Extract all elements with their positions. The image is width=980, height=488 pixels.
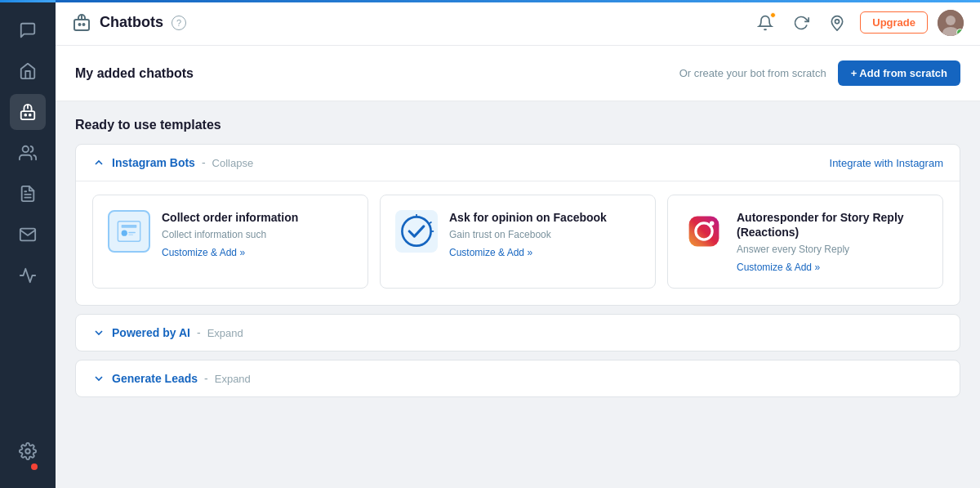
story-reply-desc: Answer every Story Reply: [737, 243, 928, 257]
page-title: Chatbots: [100, 14, 163, 31]
add-from-scratch-button[interactable]: + Add from scratch: [838, 60, 960, 86]
chevron-up-icon: [92, 156, 105, 169]
chevron-down-icon: [92, 326, 105, 339]
accordion-generate-leads: Generate Leads - Expand: [75, 360, 960, 397]
content-area: My added chatbots Or create your bot fro…: [56, 46, 980, 488]
page-header-right: Or create your bot from scratch + Add fr…: [679, 60, 960, 86]
svg-point-4: [23, 146, 29, 152]
story-reply-content: Autoresponder for Story Reply (Reactions…: [737, 210, 928, 273]
refresh-icon[interactable]: [788, 10, 814, 36]
accordion-ai-header[interactable]: Powered by AI - Expand: [76, 315, 960, 351]
svg-rect-21: [689, 217, 719, 247]
upgrade-button[interactable]: Upgrade: [860, 11, 928, 34]
accordion-ai-header-left: Powered by AI - Expand: [92, 326, 243, 339]
instagram-cards-grid: Collect order information Collect inform…: [92, 195, 943, 289]
notification-dot: [770, 12, 776, 18]
notifications-icon[interactable]: [752, 10, 778, 36]
sidebar-item-home[interactable]: [10, 53, 46, 89]
topbar-right: Upgrade: [752, 10, 964, 36]
separator: -: [204, 372, 208, 385]
svg-point-11: [835, 19, 840, 23]
svg-point-20: [402, 217, 430, 245]
main-area: Chatbots ?: [56, 0, 980, 488]
svg-point-10: [83, 24, 85, 25]
collect-order-icon: [108, 210, 150, 253]
sidebar-item-bots[interactable]: [10, 94, 46, 130]
instagram-bots-label: Instagram Bots: [112, 156, 195, 169]
or-create-text: Or create your bot from scratch: [679, 67, 826, 79]
location-icon[interactable]: [824, 10, 850, 36]
story-reply-title: Autoresponder for Story Reply (Reactions…: [737, 210, 928, 240]
leads-expand-action[interactable]: Expand: [215, 373, 251, 385]
facebook-opinion-title: Ask for opinion on Facebook: [449, 210, 640, 225]
accordion-powered-ai: Powered by AI - Expand: [75, 314, 960, 351]
ai-expand-action[interactable]: Expand: [207, 327, 243, 339]
facebook-opinion-icon: [395, 210, 438, 253]
card-collect-order[interactable]: Collect order information Collect inform…: [92, 195, 368, 289]
facebook-opinion-link[interactable]: Customize & Add »: [449, 247, 640, 258]
avatar[interactable]: [938, 10, 964, 36]
svg-point-3: [29, 114, 31, 116]
svg-point-23: [710, 222, 715, 226]
help-icon[interactable]: ?: [172, 16, 186, 30]
instagram-collapse-action[interactable]: Collapse: [212, 157, 254, 169]
accordion-instagram-header-left: Instagram Bots - Collapse: [92, 156, 253, 169]
topbar: Chatbots ?: [56, 0, 980, 46]
sidebar-accent-bar: [0, 0, 56, 2]
topbar-accent: [56, 0, 980, 2]
chevron-down-icon: [92, 372, 105, 385]
powered-ai-label: Powered by AI: [112, 326, 190, 339]
templates-section: Ready to use templates Instagram Bots - …: [56, 101, 980, 422]
separator: -: [202, 156, 206, 169]
integrate-instagram-link[interactable]: Integrate with Instagram: [830, 157, 943, 169]
svg-rect-19: [128, 235, 133, 235]
svg-rect-0: [21, 111, 35, 119]
sidebar-item-analytics[interactable]: [10, 257, 46, 293]
avatar-online-dot: [956, 29, 964, 36]
instagram-icon: [683, 210, 725, 253]
separator: -: [197, 326, 201, 339]
accordion-instagram-bots: Instagram Bots - Collapse Integrate with…: [75, 144, 960, 306]
collect-order-title: Collect order information: [162, 210, 353, 225]
sidebar: [0, 0, 56, 488]
sidebar-item-content[interactable]: [10, 176, 46, 212]
sidebar-item-mail[interactable]: [10, 217, 46, 253]
svg-rect-8: [74, 20, 89, 30]
svg-point-17: [122, 231, 127, 236]
svg-rect-15: [118, 222, 140, 241]
svg-rect-18: [128, 232, 136, 233]
collect-order-content: Collect order information Collect inform…: [162, 210, 353, 258]
sidebar-item-settings[interactable]: [10, 433, 46, 469]
my-added-chatbots-title: My added chatbots: [75, 66, 194, 81]
settings-notification-dot: [31, 463, 38, 470]
collect-order-link[interactable]: Customize & Add »: [162, 247, 353, 258]
page-header: My added chatbots Or create your bot fro…: [56, 46, 980, 101]
card-facebook-opinion[interactable]: Ask for opinion on Facebook Gain trust o…: [380, 195, 656, 289]
svg-point-7: [25, 449, 30, 454]
svg-point-13: [946, 16, 956, 25]
accordion-leads-header[interactable]: Generate Leads - Expand: [76, 360, 960, 396]
templates-section-title: Ready to use templates: [75, 118, 960, 132]
svg-point-9: [79, 24, 81, 25]
accordion-leads-header-left: Generate Leads - Expand: [92, 372, 251, 385]
sidebar-item-chat[interactable]: [10, 12, 46, 48]
sidebar-bottom: [10, 431, 46, 478]
svg-point-2: [24, 114, 26, 116]
sidebar-item-users[interactable]: [10, 135, 46, 171]
svg-rect-16: [122, 225, 137, 228]
collect-order-desc: Collect information such: [162, 228, 353, 242]
chatbot-title-icon: [72, 13, 91, 33]
generate-leads-label: Generate Leads: [112, 372, 198, 385]
accordion-instagram-body: Collect order information Collect inform…: [76, 181, 960, 305]
story-reply-link[interactable]: Customize & Add »: [737, 262, 928, 273]
card-story-reply[interactable]: Autoresponder for Story Reply (Reactions…: [667, 195, 943, 289]
accordion-instagram-header[interactable]: Instagram Bots - Collapse Integrate with…: [76, 145, 960, 181]
facebook-opinion-desc: Gain trust on Facebook: [449, 228, 640, 242]
facebook-opinion-content: Ask for opinion on Facebook Gain trust o…: [449, 210, 640, 258]
